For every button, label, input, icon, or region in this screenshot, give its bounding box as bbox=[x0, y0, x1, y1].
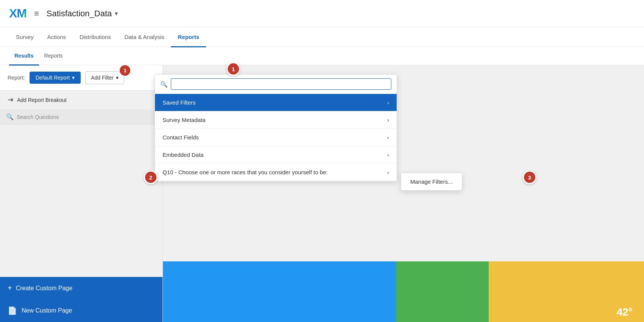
search-questions-icon: 🔍 bbox=[6, 113, 14, 120]
tab-reports[interactable]: Reports bbox=[171, 28, 206, 47]
xm-logo[interactable]: XM bbox=[9, 6, 27, 20]
search-questions-row: 🔍 bbox=[0, 109, 163, 125]
create-custom-label: Create Custom Page bbox=[16, 285, 72, 292]
toolbar-row: Report: Default Report ▾ Add Filter ▾ 1 bbox=[0, 65, 163, 91]
tab-survey[interactable]: Survey bbox=[9, 28, 41, 47]
filter-search-row: 🔍 bbox=[155, 75, 397, 94]
filter-contact-fields-label: Contact Fields bbox=[163, 134, 199, 141]
sidebar: Report: Default Report ▾ Add Filter ▾ 1 … bbox=[0, 65, 163, 322]
survey-title[interactable]: Satisfaction_Data ▾ bbox=[47, 9, 118, 19]
create-custom-icon: + bbox=[8, 284, 12, 292]
filter-search-icon: 🔍 bbox=[160, 81, 168, 88]
filter-item-saved-filters[interactable]: Saved Filters › bbox=[155, 94, 397, 111]
breakout-icon: ⇤ bbox=[8, 96, 13, 104]
filter-saved-chevron: › bbox=[387, 100, 389, 106]
chart-bar-blue bbox=[163, 261, 396, 322]
new-custom-page-label: New Custom Page bbox=[22, 307, 72, 314]
add-filter-chevron: ▾ bbox=[116, 75, 119, 81]
default-report-button[interactable]: Default Report ▾ bbox=[30, 72, 81, 84]
filter-contact-chevron: › bbox=[387, 134, 389, 141]
filter-embedded-chevron: › bbox=[387, 152, 389, 158]
top-header: XM ≡ Satisfaction_Data ▾ bbox=[0, 0, 644, 27]
default-report-chevron: ▾ bbox=[72, 75, 75, 81]
breakout-label: Add Report Breakout bbox=[17, 97, 67, 103]
filter-item-q10[interactable]: Q10 - Choose one or more races that you … bbox=[155, 164, 397, 181]
survey-title-text: Satisfaction_Data bbox=[47, 9, 112, 19]
filter-item-survey-metadata[interactable]: Survey Metadata › bbox=[155, 111, 397, 129]
filter-search-input[interactable] bbox=[171, 78, 391, 90]
hamburger-icon[interactable]: ≡ bbox=[34, 9, 39, 19]
add-filter-label: Add Filter bbox=[91, 75, 114, 81]
add-breakout-row[interactable]: ⇤ Add Report Breakout bbox=[0, 91, 163, 109]
new-custom-page-icon: 📄 bbox=[8, 306, 17, 315]
nav-tabs: Survey Actions Distributions Data & Anal… bbox=[0, 27, 644, 47]
create-custom-page-button[interactable]: + Create Custom Page bbox=[0, 277, 163, 299]
sub-tab-reports[interactable]: Reports bbox=[39, 47, 68, 66]
filter-saved-filters-label: Saved Filters bbox=[163, 99, 196, 106]
filter-metadata-chevron: › bbox=[387, 117, 389, 123]
filter-survey-metadata-label: Survey Metadata bbox=[163, 117, 205, 123]
search-questions-input[interactable] bbox=[17, 114, 156, 120]
sub-tabs: Results Reports bbox=[0, 47, 644, 65]
tab-distributions[interactable]: Distributions bbox=[73, 28, 118, 47]
filter-item-contact-fields[interactable]: Contact Fields › bbox=[155, 129, 397, 146]
manage-filters-label: Manage Filters... bbox=[410, 178, 453, 185]
add-filter-button[interactable]: Add Filter ▾ bbox=[85, 71, 124, 84]
xm-logo-text: XM bbox=[9, 6, 27, 20]
chart-bars bbox=[163, 261, 644, 322]
filter-q10-chevron: › bbox=[387, 169, 389, 175]
tab-actions[interactable]: Actions bbox=[41, 28, 73, 47]
chart-number: 42° bbox=[617, 306, 633, 318]
sub-tab-results[interactable]: Results bbox=[9, 47, 39, 66]
report-label: Report: bbox=[8, 75, 25, 81]
chart-bar-green bbox=[396, 261, 489, 322]
add-filter-badge: 1 bbox=[119, 64, 131, 77]
new-custom-page-row[interactable]: 📄 New Custom Page bbox=[0, 299, 163, 322]
filter-q10-label: Q10 - Choose one or more races that you … bbox=[163, 169, 328, 175]
default-report-label: Default Report bbox=[36, 75, 70, 81]
filter-embedded-data-label: Embedded Data bbox=[163, 152, 203, 158]
survey-title-chevron: ▾ bbox=[115, 10, 118, 17]
filter-dropdown: 🔍 Saved Filters › Survey Metadata › Cont… bbox=[155, 74, 397, 181]
filter-item-embedded-data[interactable]: Embedded Data › bbox=[155, 146, 397, 164]
tab-data-analysis[interactable]: Data & Analysis bbox=[117, 28, 171, 47]
manage-filters-popup[interactable]: Manage Filters... bbox=[401, 173, 462, 191]
